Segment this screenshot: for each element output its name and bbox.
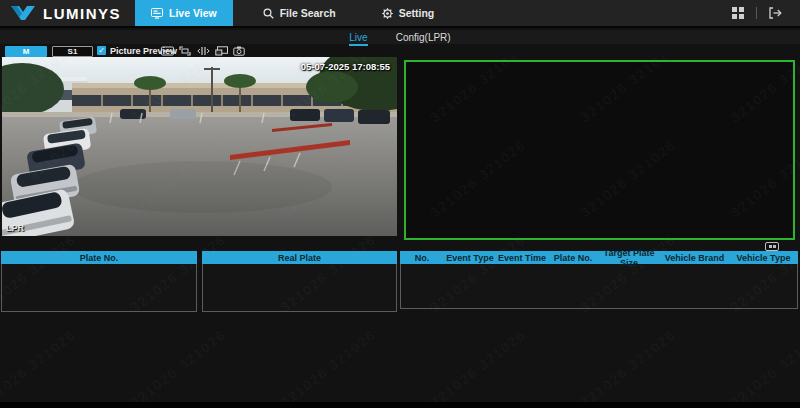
snapshot-camera-icon[interactable]: [232, 45, 246, 57]
move-rule-icon[interactable]: [196, 45, 210, 57]
col-plate-no: Plate No.: [548, 253, 598, 263]
event-table-panel: No. Event Type Event Time Plate No. Targ…: [400, 251, 798, 309]
brand-logo: LUMINYS: [0, 4, 135, 22]
parking-lot-scene: [2, 57, 397, 236]
main-nav: Live View File Search: [135, 0, 450, 26]
col-no: No.: [400, 253, 444, 263]
tab-file-search[interactable]: File Search: [247, 0, 352, 26]
col-event-type: Event Type: [444, 253, 496, 263]
header-actions: [732, 7, 800, 19]
app-window: LUMINYS Live View File Search: [0, 0, 800, 408]
col-vehicle-brand: Vehicle Brand: [660, 253, 729, 263]
logout-icon[interactable]: [769, 7, 782, 19]
gear-icon: [382, 8, 393, 19]
picture-preview-checkbox[interactable]: ✓: [97, 46, 106, 55]
live-video-tile[interactable]: 05-07-2025 17:08:55 LPR: [2, 57, 397, 236]
brand-name: LUMINYS: [43, 5, 121, 22]
real-plate-panel: Real Plate: [202, 251, 397, 312]
event-table-body[interactable]: [400, 264, 798, 309]
subtab-config-lpr[interactable]: Config(LPR): [396, 32, 451, 43]
header-divider: [756, 7, 757, 19]
plate-overlay-icon[interactable]: [160, 45, 174, 57]
layout-grid-icon[interactable]: [732, 7, 744, 19]
tab-setting-label: Setting: [399, 7, 435, 19]
video-toolbar: M S1 ✓ Picture Preview: [0, 44, 800, 58]
real-plate-header: Real Plate: [202, 251, 397, 264]
event-table-header-row: No. Event Type Event Time Plate No. Targ…: [400, 251, 798, 264]
live-view-icon: [151, 8, 163, 19]
tab-file-search-label: File Search: [280, 7, 336, 19]
expand-panel-button[interactable]: [765, 242, 779, 251]
subtab-live[interactable]: Live: [349, 32, 367, 43]
tab-setting[interactable]: Setting: [366, 0, 451, 26]
toolbar-icons: [160, 45, 246, 57]
video-channel-label: LPR: [6, 223, 24, 233]
capture-area-icon[interactable]: [178, 45, 192, 57]
view-subtabs: Live Config(LPR): [0, 30, 800, 44]
tab-live-view-label: Live View: [169, 7, 217, 19]
col-target-plate-size: Target Plate Size: [598, 248, 660, 268]
top-navbar: LUMINYS Live View File Search: [0, 0, 800, 28]
display-window-icon[interactable]: [214, 45, 228, 57]
col-event-time: Event Time: [496, 253, 548, 263]
search-icon: [263, 8, 274, 19]
tab-live-view[interactable]: Live View: [135, 0, 233, 26]
plate-no-list[interactable]: [1, 264, 197, 312]
plate-snapshot-panel: [404, 60, 795, 240]
col-vehicle-type: Vehicle Type: [729, 253, 798, 263]
video-timestamp: 05-07-2025 17:08:55: [301, 61, 390, 72]
plate-no-header: Plate No.: [1, 251, 197, 264]
luminys-logo-icon: [10, 4, 36, 22]
stream-s1-button[interactable]: S1: [52, 46, 93, 57]
real-plate-list[interactable]: [202, 264, 397, 312]
mode-button[interactable]: M: [5, 46, 47, 57]
plate-no-panel: Plate No.: [1, 251, 197, 312]
bottom-strip: [0, 402, 800, 408]
